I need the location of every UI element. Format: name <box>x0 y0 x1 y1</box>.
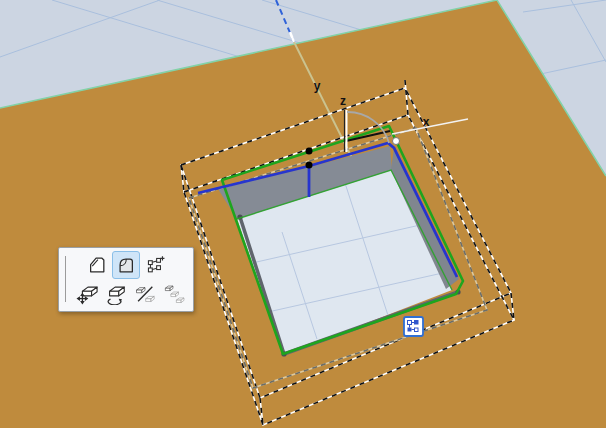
axis-label-z: z <box>340 94 346 108</box>
offset-edge-icon <box>87 255 107 275</box>
multiply-icon <box>163 283 185 305</box>
offset-all-edges-icon <box>116 255 136 275</box>
offset-all-edges-button[interactable] <box>112 251 140 279</box>
cursor-mode-badge <box>404 317 423 336</box>
move-node-button[interactable] <box>141 251 169 279</box>
drag-icon <box>76 283 98 305</box>
pet-palette <box>58 247 194 312</box>
offset-edge-button[interactable] <box>83 251 111 279</box>
rotate-button[interactable] <box>102 280 130 308</box>
drag-handle-dot[interactable] <box>306 148 313 155</box>
move-node-icon <box>145 255 165 275</box>
axis-label-x: x <box>423 115 430 129</box>
mirror-button[interactable] <box>131 280 159 308</box>
drag-handle-dot[interactable] <box>306 162 313 169</box>
palette-drag-handle[interactable] <box>65 256 66 302</box>
drag-button[interactable] <box>73 280 101 308</box>
rotate-icon <box>105 283 127 305</box>
3d-viewport[interactable]: y z x <box>0 0 606 428</box>
snap-point-circle <box>393 138 400 145</box>
axis-label-y: y <box>314 79 321 93</box>
multiply-button[interactable] <box>160 280 188 308</box>
model-canvas[interactable]: y z x <box>0 0 606 428</box>
mirror-icon <box>134 283 156 305</box>
